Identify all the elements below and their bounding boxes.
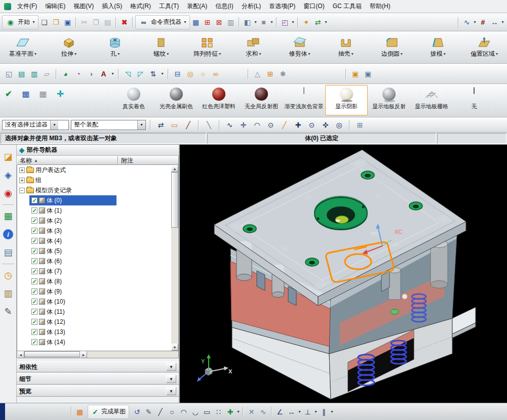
tree-item-body-14[interactable]: ✓ 体 (14) xyxy=(17,337,171,347)
selection-filter-dropdown[interactable]: 没有选择过滤器 ▾ xyxy=(2,120,69,130)
layer-settings-icon[interactable]: ▤ xyxy=(16,68,27,79)
tree-folder-user-expressions[interactable]: + 用户表达式 xyxy=(17,165,171,175)
thread-dropdown[interactable]: ▾ xyxy=(167,52,169,56)
section-dependencies[interactable]: 相依性 ▾ xyxy=(17,361,179,372)
feature-shell[interactable]: 抽壳▾ xyxy=(326,33,366,62)
measure-icon[interactable]: ↔ xyxy=(489,17,500,28)
trim-body-dropdown[interactable]: ▾ xyxy=(308,52,310,56)
scrollbar-thumb-horizontal[interactable] xyxy=(24,351,80,357)
trim-icon[interactable]: ✕ xyxy=(246,406,257,417)
snap-plus-icon[interactable]: ✚ xyxy=(292,119,304,131)
expressions-db-icon[interactable]: ⊟ xyxy=(172,68,183,79)
edge-blend-dropdown[interactable]: ▾ xyxy=(401,52,403,56)
tree-item-body-3[interactable]: ✓ 体 (3) xyxy=(17,226,171,236)
export-window-icon[interactable]: ⇄ xyxy=(312,17,324,28)
snap-point-on-face-icon[interactable]: ◎ xyxy=(333,119,345,131)
tree-item-body-2[interactable]: ✓ 体 (2) xyxy=(17,216,171,226)
history-icon[interactable]: ▤ xyxy=(2,246,15,259)
finish-sketch-button[interactable]: ✓ 完成草图 xyxy=(88,405,129,419)
spark-icon[interactable]: ✦ xyxy=(300,17,312,28)
checkbox-icon[interactable]: ✓ xyxy=(31,197,37,203)
checkbox-icon[interactable]: ✓ xyxy=(31,218,37,224)
checkbox-icon[interactable]: ✓ xyxy=(31,207,37,214)
grid-icon[interactable]: ▦ xyxy=(36,88,50,100)
menu-tools[interactable]: 工具(T) xyxy=(155,1,183,12)
render-red-plastic[interactable]: 红色亮泽塑料 xyxy=(198,85,240,115)
part-navigator-icon[interactable]: ◉ xyxy=(2,187,15,200)
copy-icon[interactable]: ❐ xyxy=(90,17,102,28)
roles-pen-icon[interactable]: ✎ xyxy=(2,305,15,318)
constraint-perpendicular-icon[interactable]: ⊥ xyxy=(302,406,314,417)
snap-arc-icon[interactable]: ◠ xyxy=(251,119,263,131)
draft-dropdown[interactable]: ▾ xyxy=(444,52,446,56)
menu-insert[interactable]: 插入(S) xyxy=(98,1,126,12)
viewport-3d[interactable]: YC XC Y X xyxy=(180,145,507,403)
section-preview[interactable]: 预览 ▾ xyxy=(17,386,179,397)
menu-assemblies[interactable]: 装配(A) xyxy=(183,1,211,12)
extrude-dropdown[interactable]: ▾ xyxy=(74,52,76,56)
reuse-library-icon[interactable]: ▦ xyxy=(2,209,15,223)
point-icon[interactable]: ∷ xyxy=(213,406,224,417)
assembly-pair-icon[interactable]: ▣ xyxy=(349,68,361,79)
rectangle-icon[interactable]: ▭ xyxy=(201,406,213,417)
ring-icon[interactable]: ○ xyxy=(197,68,209,79)
checkbox-icon[interactable]: ✓ xyxy=(31,238,37,244)
command-finder-dropdown[interactable]: ▾ xyxy=(183,20,187,24)
display-mode-dropdown[interactable]: ▾ xyxy=(269,20,274,24)
expand-details-button[interactable]: ▾ xyxy=(166,375,176,383)
snap-two-point-icon[interactable]: ⇄ xyxy=(155,119,167,131)
checkbox-icon[interactable]: ✓ xyxy=(31,288,37,295)
checkbox-icon[interactable]: ✓ xyxy=(31,268,37,274)
render-show-shadow[interactable]: 显示阴影 xyxy=(325,85,368,115)
render-style-icon[interactable]: ◑ xyxy=(85,68,97,79)
clock-icon[interactable]: ◷ xyxy=(2,269,15,282)
command-finder-button[interactable]: ∞ 命令查找器 ▾ xyxy=(135,15,190,29)
grid-plus-icon[interactable]: ⊞ xyxy=(264,68,276,79)
feature-draft[interactable]: 拔模▾ xyxy=(418,33,458,62)
more-tools-dropdown[interactable]: ▾ xyxy=(330,409,334,414)
arc-icon[interactable]: ◠ xyxy=(178,406,189,417)
menu-information[interactable]: 信息(I) xyxy=(211,1,237,12)
tree-folder-groups[interactable]: + 组 xyxy=(17,175,171,185)
constraint-navigator-icon[interactable]: ◈ xyxy=(2,169,15,182)
feature-pattern[interactable]: 阵列特征▾ xyxy=(187,33,227,62)
curve-dropdown[interactable]: ▾ xyxy=(473,20,477,24)
layer-category-icon[interactable]: ▥ xyxy=(28,68,40,79)
render-no-reflection[interactable]: 无全局反射图 xyxy=(240,85,283,115)
constraint-parallel-icon[interactable]: ∥ xyxy=(318,406,330,417)
graphics-window[interactable]: YC XC Y X xyxy=(180,145,507,403)
checkbox-icon[interactable]: ✓ xyxy=(31,299,37,305)
render-floor-grid[interactable]: 显示地板栅格 xyxy=(410,85,453,115)
menu-help[interactable]: 帮助(H) xyxy=(366,1,395,12)
notes-icon[interactable]: ▥ xyxy=(2,287,15,300)
export-dropdown[interactable]: ▾ xyxy=(324,20,328,24)
render-true-shading[interactable]: 真实着色 xyxy=(112,85,155,115)
menu-file[interactable]: 文件(F) xyxy=(13,1,41,12)
annotation-icon[interactable]: A xyxy=(98,68,109,79)
paste-icon[interactable]: ▤ xyxy=(102,17,113,28)
pattern-grid-icon[interactable]: # xyxy=(477,17,489,28)
tree-item-body-13[interactable]: ✓ 体 (13) xyxy=(17,327,171,337)
tree-item-body-1[interactable]: ✓ 体 (1) xyxy=(17,205,171,216)
plus-tool-icon[interactable]: ✚ xyxy=(224,406,236,417)
feature-thread[interactable]: 螺纹▾ xyxy=(141,33,181,62)
render-gradient-background[interactable]: 渐变浅灰色背景 xyxy=(283,85,325,115)
profile-icon[interactable]: ✎ xyxy=(143,406,154,417)
dimension-dropdown[interactable]: ▾ xyxy=(297,409,302,414)
print-icon[interactable]: ▥ xyxy=(225,17,237,28)
scroll-down-button[interactable]: ▼ xyxy=(171,344,178,351)
checkbox-icon[interactable]: ✓ xyxy=(31,329,37,335)
feature-offset-region[interactable]: 偏置区域▾ xyxy=(464,33,504,62)
scrollbar-thumb[interactable] xyxy=(171,172,178,228)
wireframe-view-icon[interactable]: ◔ xyxy=(72,68,84,79)
tree-item-body-9[interactable]: ✓ 体 (9) xyxy=(17,286,171,297)
snap-grid-icon[interactable]: ⊞ xyxy=(354,119,366,131)
feature-trim-body[interactable]: 修剪体▾ xyxy=(280,33,320,62)
feature-datum-plane[interactable]: 基准平面▾ xyxy=(3,33,43,62)
render-none[interactable]: 无 xyxy=(453,85,495,115)
display-mode-icon[interactable]: ■ xyxy=(258,17,269,28)
checkbox-icon[interactable]: ✓ xyxy=(31,278,37,284)
drafting-sheet-icon[interactable]: ▱ xyxy=(41,68,53,79)
snap-mid-point-icon[interactable]: ╲ xyxy=(203,119,215,131)
snap-bounded-center-icon[interactable]: ⊙ xyxy=(306,119,318,131)
